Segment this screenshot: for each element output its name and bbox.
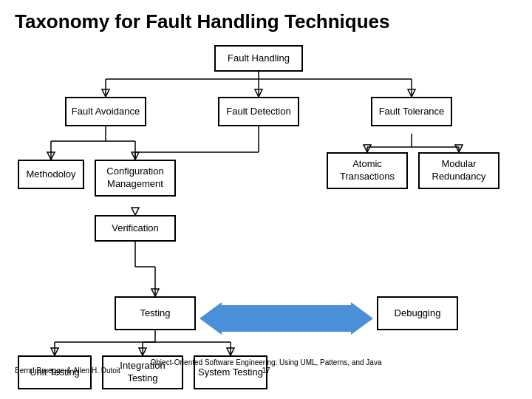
fault-avoidance-box: Fault Avoidance: [65, 97, 146, 126]
atomic-transactions-box: Atomic Transactions: [327, 152, 408, 189]
svg-marker-19: [132, 208, 139, 215]
page-title: Taxonomy for Fault Handling Techniques: [0, 0, 532, 38]
svg-marker-37: [139, 348, 146, 355]
diagram-area: Fault Handling Fault Avoidance Fault Det…: [0, 38, 532, 378]
svg-marker-8: [408, 89, 415, 97]
modular-redundancy-box: Modular Redundancy: [418, 152, 499, 189]
svg-marker-5: [255, 89, 262, 97]
svg-marker-3: [102, 89, 109, 97]
svg-marker-40: [227, 348, 234, 355]
config-mgmt-box: Configuration Management: [95, 160, 176, 197]
fault-detection-box: Fault Detection: [218, 97, 299, 126]
svg-marker-12: [47, 152, 55, 160]
fault-handling-box: Fault Handling: [214, 45, 303, 72]
svg-marker-15: [132, 152, 139, 160]
arrow-body: [222, 305, 351, 332]
svg-marker-26: [455, 145, 463, 152]
svg-marker-30: [151, 289, 159, 296]
methodology-box: Methodoloy: [18, 160, 84, 189]
footer-left: Bernd Bruegge & Allen H. Dutoit: [15, 366, 120, 375]
arrow-right-head: [351, 302, 373, 335]
footer-center: Object-Oriented Software Engineering: Us…: [151, 358, 382, 375]
fault-tolerance-box: Fault Tolerance: [371, 97, 452, 126]
verification-box: Verification: [95, 215, 176, 242]
bidirectional-arrow: [200, 302, 373, 335]
arrow-left-head: [200, 302, 222, 335]
svg-marker-23: [364, 145, 371, 152]
debugging-box: Debugging: [377, 296, 458, 330]
testing-box: Testing: [115, 296, 196, 330]
svg-marker-34: [51, 348, 58, 355]
